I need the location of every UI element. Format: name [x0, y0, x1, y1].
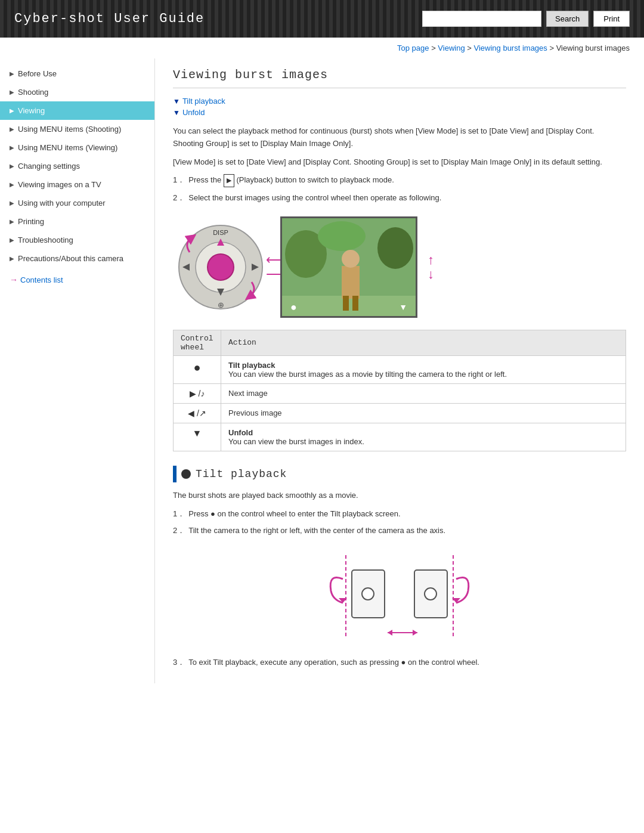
table-action-desc-1: You can view the burst images as a movie… — [228, 370, 507, 379]
tilt-diagram — [173, 549, 626, 645]
svg-marker-28 — [413, 630, 417, 636]
tilt-step-2: 2． Tilt the camera to the right or left,… — [173, 525, 626, 537]
sidebar-item-label: Viewing images on a TV — [18, 180, 101, 189]
sidebar-item-shooting[interactable]: ▶ Shooting — [0, 83, 154, 101]
table-action-3: Previous image — [221, 403, 626, 423]
circle-indicator: ● — [290, 301, 297, 314]
arrow-icon: ▶ — [10, 163, 14, 169]
table-symbol-1: ● — [174, 355, 221, 383]
table-action-title-2: Next image — [228, 389, 268, 398]
step-2: 2． Select the burst images using the con… — [173, 192, 626, 205]
toc-tilt-playback[interactable]: ▼ Tilt playback — [173, 97, 626, 106]
intro-text-2: [View Mode] is set to [Date View] and [D… — [173, 156, 626, 169]
sidebar-item-printing[interactable]: ▶ Printing — [0, 212, 154, 231]
control-table: Control wheel Action ● Tilt playback You… — [173, 330, 626, 451]
step-2-text: Select the burst images using the contro… — [188, 192, 441, 205]
arrow-icon: ▶ — [10, 181, 14, 188]
section-dot-icon — [181, 469, 191, 479]
sidebar-item-settings[interactable]: ▶ Changing settings — [0, 157, 154, 175]
tilt-step-3-text: To exit Tilt playback, execute any opera… — [188, 657, 479, 669]
header: Cyber-shot User Guide Search Print — [0, 0, 644, 38]
table-header-control: Control wheel — [174, 330, 221, 355]
sidebar-item-label: Precautions/About this camera — [18, 254, 123, 263]
svg-text:DISP: DISP — [213, 229, 228, 236]
header-controls: Search Print — [422, 11, 630, 27]
toc-unfold[interactable]: ▼ Unfold — [173, 108, 626, 117]
preview-overlay: ● ▼ — [282, 301, 416, 314]
sidebar-item-menu-viewing[interactable]: ▶ Using MENU items (Viewing) — [0, 138, 154, 157]
control-wheel-svg: DISP — [173, 219, 268, 315]
sidebar-item-label: Using MENU items (Viewing) — [18, 143, 117, 152]
arrow-icon: ▶ — [10, 237, 14, 243]
table-row: ▼ Unfold You can view the burst images i… — [174, 423, 626, 451]
triangle-indicator: ▼ — [399, 302, 407, 312]
print-button[interactable]: Print — [593, 11, 630, 27]
tilt-step-1: 1． Press ● on the control wheel to enter… — [173, 508, 626, 521]
sidebar-item-label: Troubleshooting — [18, 236, 73, 244]
arrow-icon: ▶ — [10, 200, 14, 206]
arrow-icon: ▶ — [10, 107, 14, 114]
breadcrumb-top[interactable]: Top page — [397, 44, 429, 52]
breadcrumb-viewing[interactable]: Viewing — [438, 44, 465, 52]
sidebar-item-label: Changing settings — [18, 162, 80, 171]
table-action-title-4: Unfold — [228, 428, 253, 437]
tilt-intro: The burst shots are played back smoothly… — [173, 490, 626, 502]
breadcrumb-current: Viewing burst images — [556, 44, 630, 52]
step-1-text: Press the ▶ (Playback) button to switch … — [188, 174, 394, 187]
sidebar-item-computer[interactable]: ▶ Using with your computer — [0, 194, 154, 212]
arrow-icon: ▶ — [10, 70, 14, 77]
tilt-step-2-num: 2． — [173, 525, 185, 537]
svg-point-2 — [208, 254, 234, 280]
camera-preview-wrapper: ⟵ ⟶ — [280, 216, 417, 318]
sidebar-item-viewing[interactable]: ▶ Viewing — [0, 101, 154, 120]
table-action-1: Tilt playback You can view the burst ima… — [221, 355, 626, 383]
sidebar-item-label: Using with your computer — [18, 199, 106, 208]
playback-symbol: ▶ — [224, 174, 234, 187]
svg-rect-14 — [342, 266, 360, 299]
svg-text:⊕: ⊕ — [218, 301, 224, 309]
step-1: 1． Press the ▶ (Playback) button to swit… — [173, 174, 626, 187]
toc-links: ▼ Tilt playback ▼ Unfold — [173, 97, 626, 117]
svg-point-24 — [425, 588, 436, 600]
main-content: Viewing burst images ▼ Tilt playback ▼ U… — [155, 58, 644, 683]
control-wheel-diagram: DISP — [173, 219, 268, 315]
tilt-step-1-num: 1． — [173, 508, 185, 521]
svg-point-20 — [362, 588, 374, 600]
pink-arrows-right: ↑ ↓ — [428, 253, 434, 281]
contents-list-link[interactable]: → Contents list — [0, 268, 154, 292]
sidebar-item-label: Before Use — [18, 69, 57, 78]
svg-point-15 — [342, 250, 360, 268]
table-row: ▶ /♪ Next image — [174, 383, 626, 403]
breadcrumb: Top page > Viewing > Viewing burst image… — [0, 38, 644, 58]
page-title: Viewing burst images — [173, 68, 626, 88]
sidebar-item-troubleshooting[interactable]: ▶ Troubleshooting — [0, 231, 154, 249]
sidebar: ▶ Before Use ▶ Shooting ▶ Viewing ▶ Usin… — [0, 58, 155, 683]
sidebar-item-precautions[interactable]: ▶ Precautions/About this camera — [0, 249, 154, 268]
step-2-num: 2． — [173, 192, 185, 205]
svg-point-11 — [377, 227, 413, 269]
table-action-2: Next image — [221, 383, 626, 403]
search-input[interactable] — [422, 11, 541, 27]
sidebar-item-label: Printing — [18, 217, 44, 226]
intro-text-1: You can select the playback method for c… — [173, 125, 626, 150]
arrow-icon: ▶ — [10, 144, 14, 151]
arrow-icon: ▶ — [10, 126, 14, 132]
arrow-icon: ▶ — [10, 89, 14, 95]
sidebar-item-label: Viewing — [18, 106, 45, 115]
table-action-title-1: Tilt playback — [228, 361, 275, 370]
breadcrumb-burst[interactable]: Viewing burst images — [474, 44, 547, 52]
arrow-right-icon: → — [10, 275, 18, 284]
sidebar-item-menu-shooting[interactable]: ▶ Using MENU items (Shooting) — [0, 120, 154, 138]
search-button[interactable]: Search — [546, 11, 589, 27]
sidebar-item-viewing-tv[interactable]: ▶ Viewing images on a TV — [0, 175, 154, 194]
table-symbol-2: ▶ /♪ — [174, 383, 221, 403]
arrow-icon: ▶ — [10, 218, 14, 225]
tilt-section-title: Tilt playback — [196, 468, 287, 480]
sidebar-item-before-use[interactable]: ▶ Before Use — [0, 64, 154, 83]
table-symbol-3: ◀ /↗ — [174, 403, 221, 423]
tilt-step-2-text: Tilt the camera to the right or left, wi… — [188, 525, 445, 537]
tilt-step-3-num: 3． — [173, 657, 185, 669]
contents-link-label: Contents list — [20, 275, 63, 284]
svg-marker-27 — [388, 630, 392, 636]
table-symbol-4: ▼ — [174, 423, 221, 451]
